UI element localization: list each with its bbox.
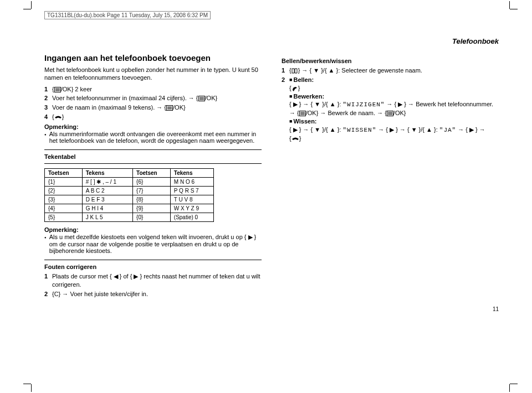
step-text: Voer het telefoonnummer in (maximaal 24 … [52,94,217,102]
step-number: 2 [44,290,52,298]
fix-block: Fouten corrigeren 1 Plaats de cursor met… [44,260,262,298]
right-steps: 1 {} → { ▼ }/{ ▲ }: Selecteer de gewenst… [282,66,499,143]
step-number: 4 [44,113,52,121]
left-intro: Met het telefoonboek kunt u opbellen zon… [44,66,262,82]
note-label: Opmerking: [44,226,262,233]
hangup-power-icon [54,115,62,120]
book-header-line: TG1311BL(du-du).book Page 11 Tuesday, Ju… [44,11,211,19]
th-keys-2: Toetsen [133,168,171,177]
table-row: {3} D E F 3 {8} T U V 8 [45,195,214,204]
step-text: Plaats de cursor met { ◀ } of { ▶ } rech… [52,272,262,289]
note-block: Opmerking: Als nummerinformatie wordt on… [44,123,262,144]
note-block-2: Opmerking: Als u met dezelfde kiestoets … [44,226,262,254]
menu-icon [54,87,61,92]
character-table: Toetsen Tekens Toetsen Tekens {1} # [ ] … [44,168,214,222]
note-label: Opmerking: [44,123,262,130]
menu-icon [198,96,205,101]
note-bullet: Als u met dezelfde kiestoets een volgend… [44,234,262,254]
step-number: 1 [44,85,52,94]
section-label: Telefoonboek [44,37,499,45]
table-row: {2} A B C 2 {7} P Q R S 7 [45,186,214,195]
step-text: Voer de naam in (maximaal 9 tekens). → {… [52,104,186,112]
fix-title: Fouten corrigeren [44,263,96,270]
menu-icon [299,111,306,116]
note-bullet: Als nummerinformatie wordt ontvangen die… [44,131,262,144]
phonebook-icon [291,68,298,74]
step-text: {} [52,113,64,121]
step-number: 2 [282,76,289,84]
table-row: {4} G H I 4 {9} W X Y Z 9 [45,204,214,213]
right-column: Bellen/bewerken/wissen 1 {} → { ▼ }/{ ▲ … [282,53,499,301]
right-heading: Bellen/bewerken/wissen [282,58,499,64]
th-chars-2: Tekens [170,168,213,177]
hangup-power-icon [291,136,299,142]
th-keys-1: Toetsen [45,168,83,177]
page-number: 11 [44,306,499,312]
table-row: {1} # [ ] ✱ , – / 1 {6} M N O 6 [45,177,214,186]
step-number: 1 [44,272,52,281]
step-text: {C} → Voer het juiste teken/cijfer in. [52,290,148,298]
left-column: Ingangen aan het telefoonboek toevoegen … [44,53,262,301]
step-number: 2 [44,94,52,102]
menu-icon [166,105,173,111]
call-icon [291,86,298,91]
step-number: 1 [282,66,289,75]
step-text: {/OK} 2 keer [52,85,92,94]
step-text: ■Bellen: {} ■Bewerken: { ▶ } → { ▼ }/{ ▲… [289,76,493,143]
step-text: {} → { ▼ }/{ ▲ }: Selecteer de gewenste … [289,66,422,75]
step-number: 3 [44,104,52,112]
table-row: {5} J K L 5 {0} (Spatie) 0 [45,213,214,221]
menu-icon [387,111,393,116]
th-chars-1: Tekens [82,168,132,177]
left-steps: 1 {/OK} 2 keer 2 Voer het telefoonnummer… [44,85,262,121]
table-title: Tekentabel [44,149,262,164]
left-heading: Ingangen aan het telefoonboek toevoegen [44,53,262,63]
